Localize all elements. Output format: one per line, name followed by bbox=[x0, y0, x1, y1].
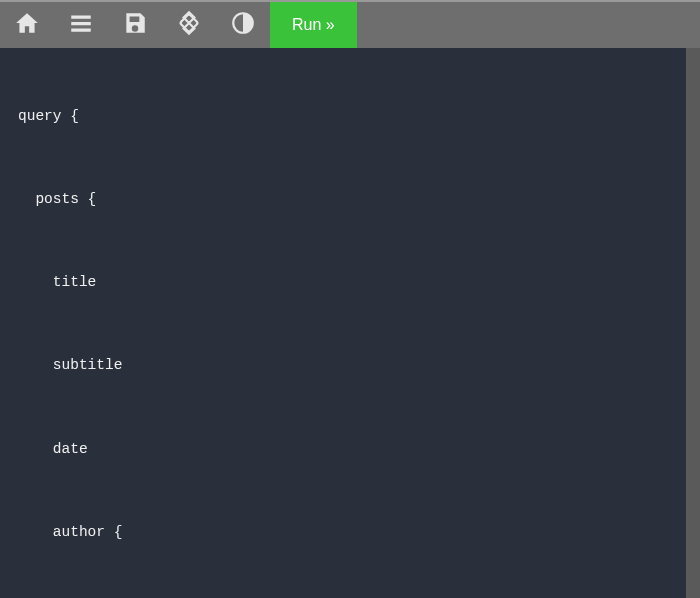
save-button[interactable] bbox=[108, 2, 162, 48]
home-button[interactable] bbox=[0, 2, 54, 48]
menu-icon bbox=[68, 10, 94, 41]
code-line: query { bbox=[18, 106, 682, 128]
rotate-icon bbox=[176, 10, 202, 41]
run-button-label: Run » bbox=[292, 16, 335, 34]
contrast-icon bbox=[230, 10, 256, 41]
code-line: author { bbox=[18, 522, 682, 544]
code-line: title bbox=[18, 272, 682, 294]
code-line: posts { bbox=[18, 189, 682, 211]
vertical-scrollbar[interactable] bbox=[686, 48, 700, 598]
code-editor[interactable]: query { posts { title subtitle date auth… bbox=[0, 48, 700, 598]
code-line: subtitle bbox=[18, 355, 682, 377]
save-icon bbox=[122, 10, 148, 41]
menu-button[interactable] bbox=[54, 2, 108, 48]
home-icon bbox=[14, 10, 40, 41]
rotate-button[interactable] bbox=[162, 2, 216, 48]
code-line: date bbox=[18, 439, 682, 461]
contrast-button[interactable] bbox=[216, 2, 270, 48]
run-button[interactable]: Run » bbox=[270, 2, 357, 48]
toolbar: Run » bbox=[0, 0, 700, 48]
